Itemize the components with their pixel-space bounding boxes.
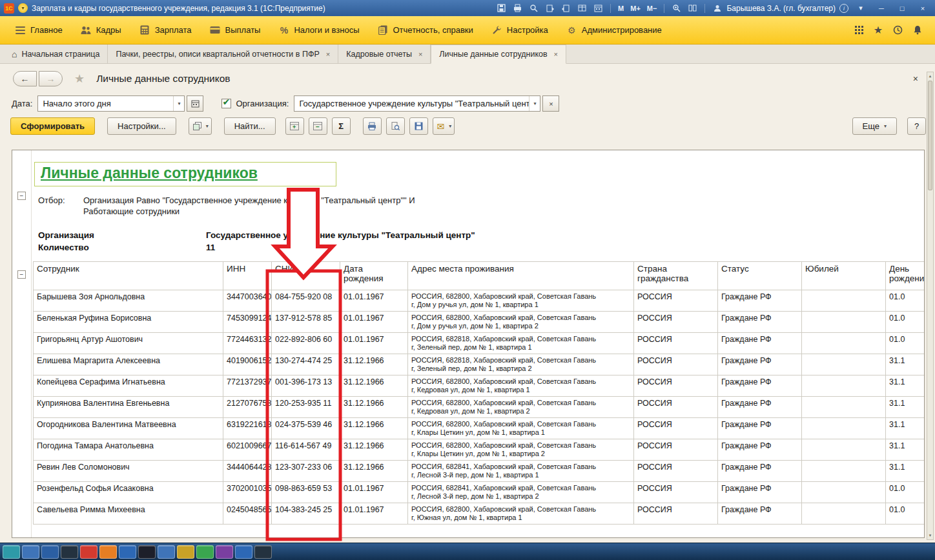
cell-jubilee[interactable] — [802, 439, 886, 461]
cell-snils[interactable]: 123-307-233 06 — [272, 461, 340, 482]
export-file-icon[interactable] — [544, 3, 556, 14]
tab-hr-reports[interactable]: Кадровые отчеты × — [338, 45, 431, 63]
cell-status[interactable]: Граждане РФ — [718, 503, 802, 525]
cell-address[interactable]: РОССИЯ, 682800, Хабаровский край, Советс… — [408, 312, 634, 333]
cell-snils[interactable]: 084-755-920 08 — [272, 290, 340, 312]
col-header-inn[interactable]: ИНН — [223, 262, 272, 290]
table-row[interactable]: Беленькая Руфина Борисовна74530991246113… — [34, 312, 925, 333]
cell-country[interactable]: РОССИЯ — [634, 461, 718, 482]
table-row[interactable]: Копейцева Серафима Игнатьевна77213729370… — [34, 375, 925, 397]
scroll-up-icon[interactable]: ▲ — [927, 72, 933, 80]
cell-employee[interactable]: Огородникова Валентина Матвеевна — [34, 418, 223, 439]
cell-birthday[interactable]: 31.1 — [886, 418, 925, 439]
close-window-button[interactable]: × — [914, 3, 931, 14]
menu-item-administration[interactable]: ⚙ Администрирование — [558, 21, 670, 40]
send-email-button[interactable]: ✉ ▾ — [433, 117, 455, 135]
cell-status[interactable]: Граждане РФ — [718, 354, 802, 375]
table-row[interactable]: Григорьянц Артур Ашотович772446313294022… — [34, 333, 925, 354]
more-button[interactable]: Еще ▾ — [852, 117, 897, 135]
cell-country[interactable]: РОССИЯ — [634, 503, 718, 525]
cell-status[interactable]: Граждане РФ — [718, 312, 802, 333]
org-clear-button[interactable]: × — [542, 95, 559, 112]
current-user[interactable]: Барышева З.А. (гл. бухгалтер) — [711, 3, 836, 14]
favorite-star-icon[interactable]: ★ — [74, 72, 85, 86]
cell-inn[interactable]: 772446313294 — [223, 333, 272, 354]
cell-snils[interactable]: 104-383-245 25 — [272, 503, 340, 525]
cell-employee[interactable]: Куприянова Валентина Евгеньевна — [34, 397, 223, 418]
cell-snils[interactable]: 001-396-173 13 — [272, 375, 340, 397]
taskbar-app-icon[interactable] — [119, 545, 136, 559]
cell-birthdate[interactable]: 01.01.1967 — [340, 503, 408, 525]
cell-country[interactable]: РОССИЯ — [634, 397, 718, 418]
col-header-snils[interactable]: СНИЛС — [272, 262, 340, 290]
cell-snils[interactable]: 130-274-474 25 — [272, 354, 340, 375]
cell-birthdate[interactable]: 31.12.1966 — [340, 354, 408, 375]
table-icon[interactable] — [576, 3, 588, 14]
table-row[interactable]: Куприянова Валентина Евгеньевна212707675… — [34, 397, 925, 418]
cell-status[interactable]: Граждане РФ — [718, 333, 802, 354]
cell-employee[interactable]: Елишева Маргарита Алексеевна — [34, 354, 223, 375]
col-header-status[interactable]: Статус — [718, 262, 802, 290]
cell-snils[interactable]: 116-614-567 49 — [272, 439, 340, 461]
date-filter-input[interactable]: Начало этого дня ▾ — [37, 95, 185, 112]
maximize-button[interactable]: □ — [894, 3, 910, 14]
cell-jubilee[interactable] — [802, 397, 886, 418]
taskbar-app-icon[interactable] — [138, 545, 156, 559]
cell-snils[interactable]: 137-912-578 85 — [272, 312, 340, 333]
cell-birthday[interactable]: 31.1 — [886, 439, 925, 461]
col-header-birthday[interactable]: День рождения — [886, 262, 925, 290]
cell-snils[interactable]: 024-375-539 46 — [272, 418, 340, 439]
cell-address[interactable]: РОССИЯ, 682841, Хабаровский край, Советс… — [408, 482, 634, 503]
cell-snils[interactable]: 022-892-806 60 — [272, 333, 340, 354]
cell-birthdate[interactable]: 31.12.1966 — [340, 397, 408, 418]
report-title-box[interactable]: Личные данные сотрудников — [34, 162, 336, 186]
import-file-icon[interactable] — [560, 3, 572, 14]
table-row[interactable]: Розенфельд Софья Исааковна37020010351009… — [34, 482, 925, 503]
taskbar-app-icon[interactable] — [216, 545, 233, 559]
tab-close-icon[interactable]: × — [418, 50, 422, 58]
memory-mminus-button[interactable]: M− — [646, 5, 659, 12]
table-row[interactable]: Елишева Маргарита Алексеевна401900615264… — [34, 354, 925, 375]
print-preview-button[interactable] — [386, 117, 405, 135]
info-icon[interactable]: i — [839, 4, 848, 13]
cell-birthdate[interactable]: 31.12.1966 — [340, 461, 408, 482]
back-button[interactable]: ← — [13, 71, 37, 86]
taskbar-app-icon[interactable] — [235, 545, 252, 559]
cell-employee[interactable]: Погодина Тамара Анатольевна — [34, 439, 223, 461]
cell-inn[interactable]: 370200103510 — [223, 482, 272, 503]
cell-jubilee[interactable] — [802, 482, 886, 503]
cell-birthdate[interactable]: 31.12.1966 — [340, 375, 408, 397]
taskbar-app-icon[interactable] — [196, 545, 214, 559]
calendar-icon[interactable] — [592, 3, 604, 14]
cell-employee[interactable]: Розенфельд Софья Исааковна — [34, 482, 223, 503]
tab-close-icon[interactable]: × — [554, 50, 558, 58]
menu-item-salary[interactable]: Зарплата — [131, 21, 200, 39]
save-icon[interactable] — [495, 3, 508, 14]
cell-jubilee[interactable] — [802, 354, 886, 375]
cell-status[interactable]: Граждане РФ — [718, 290, 802, 312]
save-report-button[interactable] — [409, 117, 428, 135]
table-row[interactable]: Огородникова Валентина Матвеевна63192216… — [34, 418, 925, 439]
preview-icon[interactable] — [528, 3, 540, 14]
sum-button[interactable]: Σ — [332, 117, 351, 135]
col-header-employee[interactable]: Сотрудник — [34, 262, 223, 290]
cell-birthdate[interactable]: 01.01.1967 — [340, 482, 408, 503]
scroll-down-icon[interactable]: ▼ — [927, 532, 933, 539]
cell-country[interactable]: РОССИЯ — [634, 482, 718, 503]
menu-item-main[interactable]: Главное — [6, 21, 71, 39]
cell-jubilee[interactable] — [802, 375, 886, 397]
col-header-jubilee[interactable]: Юбилей — [802, 262, 886, 290]
memory-mplus-button[interactable]: M+ — [629, 5, 642, 12]
cell-birthday[interactable]: 31.1 — [886, 354, 925, 375]
cell-jubilee[interactable] — [802, 461, 886, 482]
cell-birthday[interactable]: 01.0 — [886, 290, 925, 312]
cell-inn[interactable]: 212707675885 — [223, 397, 272, 418]
help-button[interactable]: ? — [907, 117, 926, 135]
cell-country[interactable]: РОССИЯ — [634, 375, 718, 397]
titlebar-chevron-icon[interactable]: ▾ — [852, 3, 869, 14]
cell-address[interactable]: РОССИЯ, 682818, Хабаровский край, Советс… — [408, 333, 634, 354]
menu-item-taxes[interactable]: % Налоги и взносы — [270, 21, 367, 40]
cell-birthdate[interactable]: 31.12.1966 — [340, 439, 408, 461]
zoom-icon[interactable] — [670, 3, 683, 14]
cell-status[interactable]: Граждане РФ — [718, 482, 802, 503]
